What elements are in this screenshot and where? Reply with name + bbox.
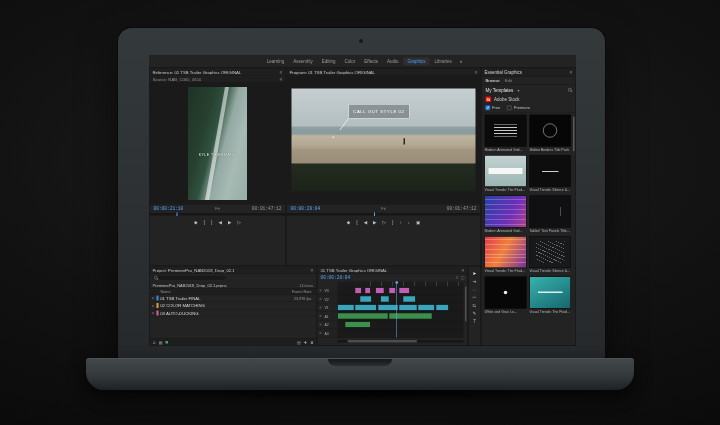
track-header-v3[interactable]: V3: [318, 287, 338, 296]
template-card[interactable]: Visual Trends: Silence &...: [529, 236, 571, 273]
checkbox-free[interactable]: [486, 106, 491, 111]
slip-tool-icon[interactable]: ⇆: [473, 304, 477, 309]
export-frame-icon[interactable]: ▣: [416, 220, 420, 225]
workspace-tab-libraries[interactable]: Libraries: [430, 57, 455, 65]
program-monitor-tab[interactable]: Program: 01 TSB Trailer Graphics ORIGINA…: [290, 69, 375, 74]
project-search-input[interactable]: [152, 275, 227, 281]
timeline-panel-menu-icon[interactable]: ≡: [462, 267, 465, 272]
go-to-out-icon[interactable]: }: [392, 220, 394, 225]
template-card[interactable]: White and Gray Lo...: [485, 277, 527, 314]
templates-dropdown[interactable]: My Templates ▾: [486, 85, 520, 94]
timeline-tab[interactable]: 01 TSB Trailer Graphics ORIGINAL: [321, 267, 388, 272]
essential-graphics-menu-icon[interactable]: ≡: [570, 70, 573, 75]
workspace-tab-assembly[interactable]: Assembly: [289, 57, 317, 65]
timeline-clip[interactable]: [338, 313, 388, 319]
track-lane-v3[interactable]: [338, 287, 464, 296]
filter-free[interactable]: Free: [486, 106, 501, 111]
program-video-viewport[interactable]: CALL OUT STYLE 02: [287, 76, 481, 205]
template-card[interactable]: Visual Trends: The Fluid...: [529, 277, 571, 314]
timeline-horizontal-scrollbar[interactable]: [338, 340, 464, 343]
project-panel-tab[interactable]: Project: PremierePro_NAB2018_Drop_02.1: [153, 267, 235, 272]
program-zoom-select[interactable]: Fit: [381, 206, 385, 211]
program-panel-menu-icon[interactable]: ≡: [475, 69, 478, 74]
type-tool-icon[interactable]: T: [473, 320, 476, 325]
track-lane-a2[interactable]: [338, 321, 464, 330]
timeline-scrollbar-thumb[interactable]: [348, 340, 417, 343]
timeline-clip[interactable]: [380, 296, 389, 302]
template-card[interactable]: Tables! Text Panels Title...: [529, 196, 571, 233]
template-card[interactable]: Visual Trends: The Fluid...: [485, 155, 527, 192]
timeline-clip[interactable]: [338, 305, 354, 311]
timeline-clip[interactable]: [436, 305, 449, 311]
nest-toggle-icon[interactable]: ▢: [461, 275, 465, 280]
step-forward-icon[interactable]: ▷: [237, 220, 240, 225]
pen-tool-icon[interactable]: ✎: [473, 312, 477, 317]
program-scrubber[interactable]: [287, 213, 481, 216]
selection-tool-icon[interactable]: ➤: [473, 272, 477, 277]
column-frame-rate[interactable]: Frame Rate: [292, 289, 317, 294]
timeline-clip[interactable]: [378, 305, 398, 311]
play-icon[interactable]: ▶: [373, 220, 376, 225]
timeline-clip[interactable]: [355, 288, 361, 294]
mark-out-icon[interactable]: }: [211, 220, 213, 225]
new-item-icon[interactable]: ✚: [304, 340, 307, 345]
source-monitor-tab[interactable]: Source: NAB_C065_0610: [153, 76, 202, 81]
bin-caret-icon[interactable]: ▸: [153, 296, 155, 300]
timeline-display-settings-icon[interactable]: ≡: [456, 275, 458, 280]
track-header-a3[interactable]: A3: [318, 329, 338, 338]
source-scrubber[interactable]: [150, 213, 286, 216]
timeline-clip[interactable]: [365, 288, 370, 294]
timeline-clip[interactable]: [399, 305, 417, 311]
template-card[interactable]: Visual Trends: The Fluid...: [485, 236, 527, 273]
project-row[interactable]: ▸01 TSB Trailer FINAL23,976 fps: [150, 295, 317, 303]
lift-icon[interactable]: ↑: [400, 220, 402, 225]
source-scrubber-playhead[interactable]: [177, 213, 178, 217]
mark-in-icon[interactable]: {: [204, 220, 206, 225]
source-panel-menu-icon[interactable]: ≡: [280, 76, 283, 81]
workspace-tab-color[interactable]: Color: [341, 57, 360, 65]
search-icon[interactable]: [568, 88, 572, 92]
timeline-clip[interactable]: [389, 313, 432, 319]
reference-monitor-tab[interactable]: Reference: 01 TSB Trailer Graphics ORIGI…: [153, 69, 242, 74]
ripple-edit-tool-icon[interactable]: ↔: [472, 288, 477, 293]
workspace-tab-editing[interactable]: Editing: [318, 57, 340, 65]
tab-edit[interactable]: Edit: [505, 78, 512, 83]
template-card[interactable]: Sliding Borders Title Pack: [529, 115, 571, 152]
timeline-clip[interactable]: [389, 288, 395, 294]
add-marker-icon[interactable]: ◆: [194, 220, 197, 225]
timeline-lanes[interactable]: [338, 287, 464, 338]
timeline-clip[interactable]: [375, 288, 384, 294]
icon-view-icon[interactable]: ▦: [159, 340, 163, 345]
workspace-overflow-icon[interactable]: »: [460, 59, 463, 64]
track-lane-a3[interactable]: [338, 329, 464, 338]
timeline-clip[interactable]: [345, 322, 370, 328]
workspace-tab-graphics[interactable]: Graphics: [403, 57, 429, 65]
extract-icon[interactable]: ↓: [408, 220, 410, 225]
add-marker-icon[interactable]: ◆: [347, 220, 350, 225]
track-header-v1[interactable]: V1: [318, 304, 338, 313]
track-header-a2[interactable]: A2: [318, 321, 338, 330]
checkbox-premium[interactable]: [507, 106, 512, 111]
razor-tool-icon[interactable]: ✂: [473, 296, 477, 301]
list-view-icon[interactable]: ≣: [153, 340, 156, 345]
project-root-row[interactable]: PremierePro_NAB2018_Drop_02.1.prproj 14 …: [150, 282, 317, 289]
timeline-vertical-scrollbar[interactable]: [465, 287, 467, 322]
template-card[interactable]: Visual Trends: Silence &...: [529, 155, 571, 192]
project-row[interactable]: ▸02 COLOR MATCHING: [150, 302, 317, 310]
delete-icon[interactable]: ✖: [310, 340, 313, 345]
source-zoom-select[interactable]: Fit: [215, 206, 219, 211]
project-panel-menu-icon[interactable]: ≡: [311, 267, 314, 272]
timeline-clip[interactable]: [399, 288, 409, 294]
program-scrubber-playhead[interactable]: [374, 213, 375, 217]
tab-browse[interactable]: Browse: [486, 78, 500, 83]
track-lane-v1[interactable]: [338, 304, 464, 313]
source-video-viewport[interactable]: KYLE THIERMANN: [150, 83, 286, 205]
template-card[interactable]: Modern Animated Grid...: [485, 196, 527, 233]
track-lane-a1[interactable]: [338, 312, 464, 321]
bin-caret-icon[interactable]: ▸: [153, 311, 155, 315]
play-icon[interactable]: ▶: [228, 220, 231, 225]
timeline-clip[interactable]: [403, 296, 416, 302]
column-name[interactable]: Name: [150, 289, 171, 294]
workspace-tab-audio[interactable]: Audio: [383, 57, 403, 65]
adobe-stock-row[interactable]: St Adobe Stock: [482, 95, 576, 104]
